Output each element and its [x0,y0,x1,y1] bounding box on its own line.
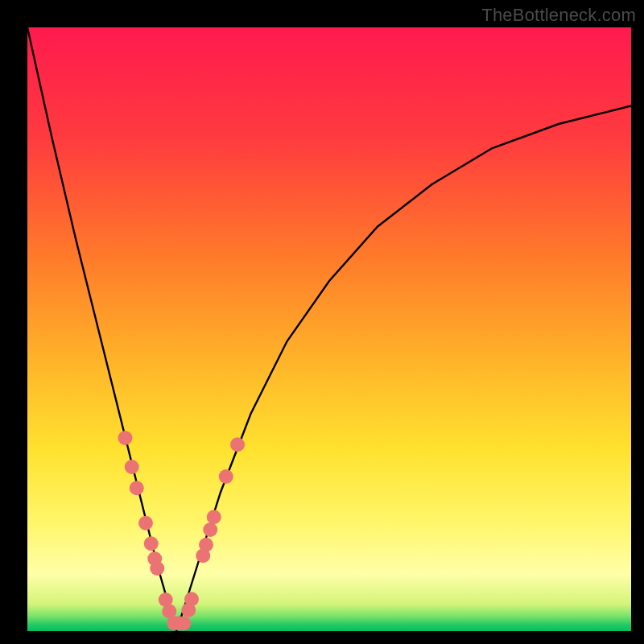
chart-frame: TheBottleneck.com [0,0,644,644]
data-point [144,536,159,551]
data-point [138,516,153,530]
data-point [125,460,139,474]
data-point [230,437,245,452]
watermark-text: TheBottleneck.com [481,5,636,26]
data-point [130,481,144,495]
data-point [219,469,233,484]
gradient-bg [27,27,631,631]
data-point [203,522,217,537]
data-point [176,616,191,630]
data-point [207,510,221,524]
data-point [184,592,199,606]
plot-svg [27,27,631,631]
data-point [199,538,213,552]
data-point [118,431,133,445]
plot-area [27,27,631,631]
data-point [150,561,164,576]
